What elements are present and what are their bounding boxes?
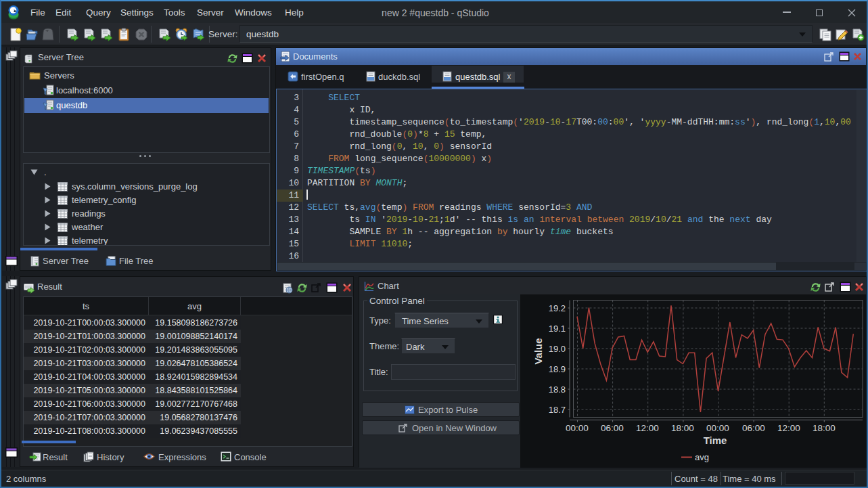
svg-text:18.9: 18.9 (549, 364, 566, 374)
svg-text:06:00: 06:00 (742, 423, 765, 433)
svg-text:avg: avg (695, 452, 709, 462)
svg-text:Value: Value (532, 338, 544, 364)
svg-text:19.0: 19.0 (549, 344, 566, 354)
svg-text:19.2: 19.2 (549, 303, 566, 313)
svg-text:00:00: 00:00 (706, 423, 729, 433)
svg-text:18.8: 18.8 (549, 384, 566, 395)
svg-text:Time: Time (704, 435, 727, 446)
svg-text:06:00: 06:00 (601, 423, 624, 433)
svg-text:00:00: 00:00 (566, 423, 589, 433)
svg-text:18.7: 18.7 (549, 405, 566, 415)
svg-text:19.1: 19.1 (549, 324, 566, 334)
svg-text:18:00: 18:00 (671, 423, 694, 433)
svg-text:12:00: 12:00 (777, 423, 800, 433)
svg-text:18:00: 18:00 (813, 423, 836, 433)
svg-text:12:00: 12:00 (636, 423, 659, 433)
